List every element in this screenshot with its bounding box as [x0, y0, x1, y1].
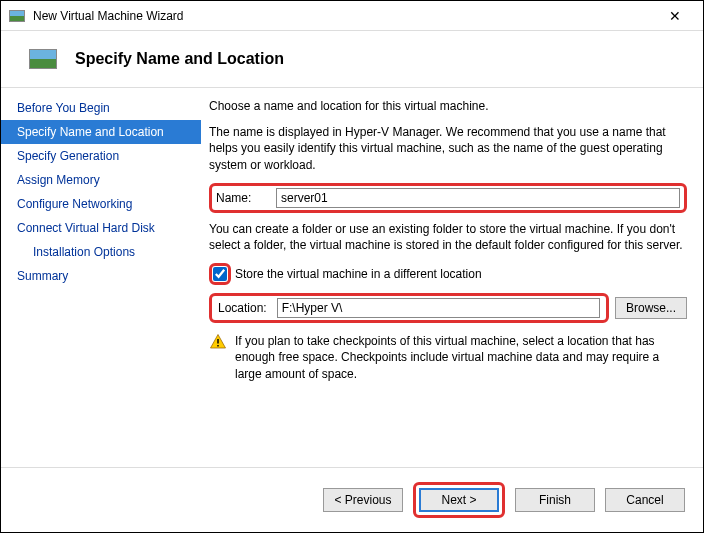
store-diff-location-checkbox[interactable]	[213, 267, 227, 281]
location-input[interactable]	[277, 298, 600, 318]
close-icon[interactable]: ✕	[655, 8, 695, 24]
wizard-header: Specify Name and Location	[1, 31, 703, 87]
step-specify-name-location[interactable]: Specify Name and Location	[1, 120, 201, 144]
step-connect-vhd[interactable]: Connect Virtual Hard Disk	[1, 216, 201, 240]
titlebar: New Virtual Machine Wizard ✕	[1, 1, 703, 31]
name-highlight: Name:	[209, 183, 687, 213]
next-highlight: Next >	[413, 482, 505, 518]
step-before-you-begin[interactable]: Before You Begin	[1, 96, 201, 120]
step-configure-networking[interactable]: Configure Networking	[1, 192, 201, 216]
wizard-content: Choose a name and location for this virt…	[201, 88, 703, 467]
step-summary[interactable]: Summary	[1, 264, 201, 288]
name-help-text: The name is displayed in Hyper-V Manager…	[209, 124, 687, 173]
folder-help-text: You can create a folder or use an existi…	[209, 221, 687, 253]
name-label: Name:	[216, 190, 276, 206]
intro-text: Choose a name and location for this virt…	[209, 98, 687, 114]
step-installation-options[interactable]: Installation Options	[1, 240, 201, 264]
warning-icon	[209, 333, 227, 355]
finish-button[interactable]: Finish	[515, 488, 595, 512]
wizard-body: Before You Begin Specify Name and Locati…	[1, 87, 703, 467]
browse-button[interactable]: Browse...	[615, 297, 687, 319]
step-assign-memory[interactable]: Assign Memory	[1, 168, 201, 192]
name-input[interactable]	[276, 188, 680, 208]
svg-rect-1	[217, 339, 219, 344]
location-highlight: Location:	[209, 293, 609, 323]
wizard-footer: < Previous Next > Finish Cancel	[1, 467, 703, 532]
warning-text: If you plan to take checkpoints of this …	[235, 333, 687, 382]
step-specify-generation[interactable]: Specify Generation	[1, 144, 201, 168]
cancel-button[interactable]: Cancel	[605, 488, 685, 512]
wizard-steps-sidebar: Before You Begin Specify Name and Locati…	[1, 88, 201, 467]
warning-row: If you plan to take checkpoints of this …	[209, 333, 687, 382]
wizard-window: New Virtual Machine Wizard ✕ Specify Nam…	[0, 0, 704, 533]
window-title: New Virtual Machine Wizard	[33, 9, 655, 23]
location-label: Location:	[218, 300, 267, 316]
checkbox-highlight	[209, 263, 231, 285]
previous-button[interactable]: < Previous	[323, 488, 403, 512]
wizard-icon	[29, 49, 57, 69]
page-title: Specify Name and Location	[75, 50, 284, 68]
app-icon	[9, 10, 25, 22]
store-checkbox-label: Store the virtual machine in a different…	[235, 266, 482, 282]
svg-rect-2	[217, 345, 219, 347]
next-button[interactable]: Next >	[419, 488, 499, 512]
